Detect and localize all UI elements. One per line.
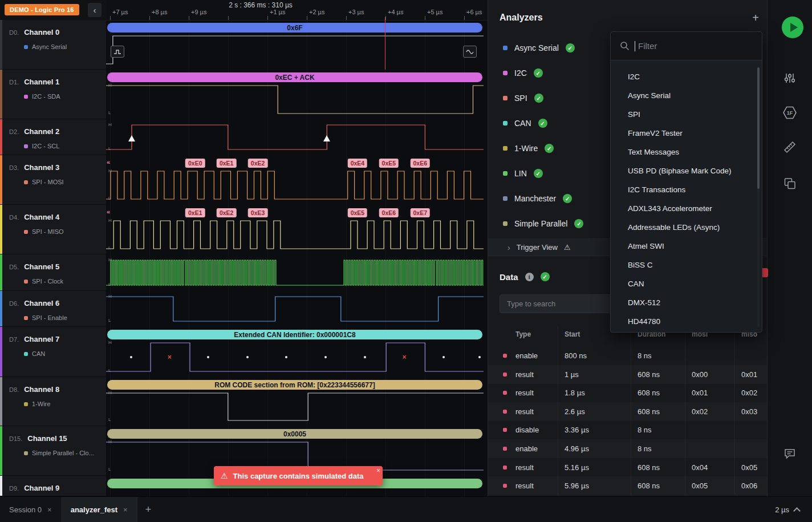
byte-annotation-badge[interactable]: 0xE1 bbox=[185, 208, 205, 217]
analyzer-option-dmx-512[interactable]: DMX-512 bbox=[611, 293, 756, 312]
analyzer-option-i2c[interactable]: I2C bbox=[611, 67, 756, 86]
timescale-control[interactable]: 2 µs bbox=[775, 505, 812, 514]
data-table-row[interactable]: result1 µs608 ns0x000x01 bbox=[488, 365, 767, 384]
sidebar-channel-d5[interactable]: D5.Channel 5SPI - Clock bbox=[0, 254, 106, 291]
data-table-row[interactable]: result2.6 µs608 ns0x020x03 bbox=[488, 402, 767, 421]
analyzer-option-async-serial[interactable]: Async Serial bbox=[611, 86, 756, 105]
check-icon[interactable]: ✓ bbox=[534, 169, 543, 178]
waveform-row-d8[interactable]: ROM CODE section from ROM: [0x2233445566… bbox=[106, 377, 484, 426]
column-header-start[interactable]: Start bbox=[565, 330, 580, 338]
analyzer-option-adxl343-accelerometer[interactable]: ADXL343 Accelerometer bbox=[611, 199, 756, 218]
column-header-type[interactable]: Type bbox=[515, 330, 531, 338]
waveform-row-d5[interactable]: HL bbox=[106, 254, 484, 291]
framing-start-icon[interactable] bbox=[111, 46, 124, 58]
data-table-row[interactable]: result1.8 µs608 ns0x010x02 bbox=[488, 383, 767, 402]
waveform[interactable] bbox=[106, 35, 484, 65]
comments-icon[interactable] bbox=[783, 447, 797, 462]
check-icon[interactable]: ✓ bbox=[541, 272, 550, 281]
byte-annotation-badge[interactable]: 0xE6 bbox=[379, 208, 399, 217]
waveform[interactable] bbox=[106, 124, 484, 151]
windows-layout-icon[interactable] bbox=[783, 177, 797, 192]
waveform[interactable] bbox=[106, 259, 484, 286]
timing-marker-line[interactable] bbox=[385, 17, 385, 70]
info-icon[interactable]: i bbox=[525, 273, 534, 281]
sidebar-channel-d2[interactable]: D2.Channel 2I2C - SCL bbox=[0, 119, 106, 155]
add-tab-button[interactable]: + bbox=[137, 504, 160, 516]
byte-annotation-badge[interactable]: 0xE3 bbox=[248, 208, 268, 217]
data-table-row[interactable]: result5.96 µs608 ns0x050x06 bbox=[488, 476, 767, 495]
waveform[interactable] bbox=[106, 342, 484, 373]
data-table-row[interactable]: enable4.96 µs8 ns bbox=[488, 439, 767, 458]
waveform-row-d4[interactable]: «0xE10xE20xE30xE50xE60xE7HL bbox=[106, 205, 484, 254]
check-icon[interactable]: ✓ bbox=[574, 219, 583, 228]
byte-annotation-badge[interactable]: 0xE2 bbox=[248, 159, 268, 168]
check-icon[interactable]: ✓ bbox=[534, 94, 543, 103]
sidebar-channel-d9[interactable]: D9.Channel 9 bbox=[0, 476, 106, 496]
waveform-row-d6[interactable]: HL bbox=[106, 291, 484, 327]
sidebar-channel-d8[interactable]: D8.Channel 81-Wire bbox=[0, 377, 106, 426]
check-icon[interactable]: ✓ bbox=[538, 119, 547, 128]
check-icon[interactable]: ✓ bbox=[566, 43, 575, 52]
byte-annotation-badge[interactable]: 0xE5 bbox=[348, 208, 368, 217]
sidebar-collapse-button[interactable]: ‹ bbox=[88, 3, 102, 17]
toast-close-button[interactable]: × bbox=[376, 467, 380, 475]
analyzer-filter-box[interactable] bbox=[611, 32, 762, 60]
tab-session-0[interactable]: Session 0× bbox=[0, 497, 62, 522]
analyzer-filter-input[interactable] bbox=[637, 41, 762, 51]
check-icon[interactable]: ✓ bbox=[534, 68, 543, 78]
sidebar-channel-d6[interactable]: D6.Channel 6SPI - Enable bbox=[0, 291, 106, 327]
annotation-bar[interactable]: 0xEC + ACK bbox=[107, 72, 482, 82]
waveform[interactable] bbox=[106, 84, 484, 115]
waveform-row-d2[interactable]: HL bbox=[106, 119, 484, 155]
framing-end-icon[interactable] bbox=[463, 46, 477, 58]
waveform-row-d7[interactable]: Extended CAN Identifier: 0x000001C8HL×× bbox=[106, 327, 484, 377]
waveform[interactable] bbox=[106, 170, 484, 200]
sidebar-channel-d1[interactable]: D1.Channel 1I2C - SDA bbox=[0, 70, 106, 119]
analyzer-option-biss-c[interactable]: BiSS C bbox=[611, 256, 756, 274]
analyzer-option-can[interactable]: CAN bbox=[611, 274, 756, 293]
byte-annotation-badge[interactable]: 0xE2 bbox=[217, 208, 237, 217]
analyzer-option-framev2-tester[interactable]: FrameV2 Tester bbox=[611, 124, 756, 143]
sidebar-channel-d3[interactable]: D3.Channel 3SPI - MOSI bbox=[0, 155, 106, 205]
waveform[interactable] bbox=[106, 296, 484, 322]
add-analyzer-button[interactable]: + bbox=[752, 11, 759, 25]
waveform[interactable] bbox=[106, 392, 484, 422]
byte-annotation-badge[interactable]: 0xE5 bbox=[379, 159, 399, 168]
annotation-bar[interactable]: 0x6F bbox=[107, 23, 482, 33]
device-badge[interactable]: DEMO - Logic Pro 16 bbox=[5, 4, 79, 15]
waveform-viewport[interactable]: 2 s : 366 ms : 310 µs +7 µs+8 µs+9 µs+1 … bbox=[106, 0, 488, 496]
hex-display-icon[interactable]: 1F bbox=[782, 105, 798, 122]
waveform-row-d3[interactable]: «0xE00xE10xE20xE40xE50xE6HL bbox=[106, 155, 484, 205]
byte-annotation-badge[interactable]: 0xE7 bbox=[411, 208, 431, 217]
data-table-row[interactable]: disable3.36 µs8 ns bbox=[488, 420, 767, 439]
sidebar-channel-d4[interactable]: D4.Channel 4SPI - MISO bbox=[0, 205, 106, 254]
analyzer-option-spi[interactable]: SPI bbox=[611, 105, 756, 124]
start-capture-button[interactable] bbox=[782, 17, 803, 38]
annotation-bar[interactable]: 0x0005 bbox=[107, 429, 482, 439]
byte-annotation-badge[interactable]: 0xE6 bbox=[411, 159, 431, 168]
tab-analyzer-fest[interactable]: analyzer_fest× bbox=[62, 497, 137, 522]
tab-close-icon[interactable]: × bbox=[123, 505, 128, 514]
analyzer-option-text-messages[interactable]: Text Messages bbox=[611, 143, 756, 161]
byte-annotation-badge[interactable]: 0xE0 bbox=[185, 159, 205, 168]
timeline-ruler[interactable]: 2 s : 366 ms : 310 µs +7 µs+8 µs+9 µs+1 … bbox=[106, 0, 488, 21]
annotation-bar[interactable]: Extended CAN Identifier: 0x000001C8 bbox=[107, 330, 482, 339]
data-table-row[interactable]: enable800 ns8 ns bbox=[488, 346, 767, 365]
sidebar-channel-d7[interactable]: D7.Channel 7CAN bbox=[0, 327, 106, 377]
analyzer-option-hd44780[interactable]: HD44780 bbox=[611, 312, 756, 331]
byte-annotation-badge[interactable]: 0xE4 bbox=[348, 159, 368, 168]
capture-settings-icon[interactable] bbox=[783, 72, 796, 86]
dropdown-scrollbar-thumb[interactable] bbox=[757, 67, 760, 189]
measure-ruler-icon[interactable] bbox=[783, 140, 797, 156]
dropdown-scrollbar[interactable] bbox=[757, 67, 760, 327]
check-icon[interactable]: ✓ bbox=[545, 144, 554, 153]
analyzer-option-usb-pd-biphase-mark-code-[interactable]: USB PD (Biphase Mark Code) bbox=[611, 161, 756, 180]
sidebar-channel-d15[interactable]: D15.Channel 15Simple Parallel - Clo... bbox=[0, 426, 106, 476]
annotation-bar[interactable]: ROM CODE section from ROM: [0x2233445566… bbox=[107, 380, 482, 390]
waveform[interactable] bbox=[106, 220, 484, 250]
byte-annotation-badge[interactable]: 0xE1 bbox=[217, 159, 237, 168]
analyzer-option-i2c-transactions[interactable]: I2C Transactions bbox=[611, 180, 756, 199]
analyzer-option-atmel-swi[interactable]: Atmel SWI bbox=[611, 237, 756, 256]
data-table-row[interactable]: result5.16 µs608 ns0x040x05 bbox=[488, 458, 767, 477]
check-icon[interactable]: ✓ bbox=[563, 194, 572, 203]
